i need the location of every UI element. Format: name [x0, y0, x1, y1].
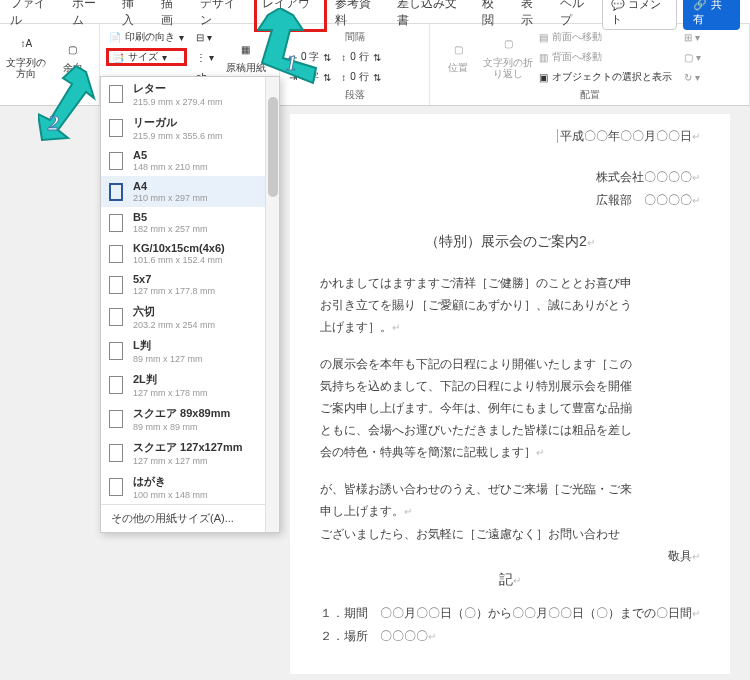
page-rect-icon — [109, 308, 123, 326]
doc-company: 株式会社〇〇〇〇↵ — [320, 167, 700, 188]
page-rect-icon — [109, 342, 123, 360]
size-option-dim: 101.6 mm x 152.4 mm — [133, 255, 225, 265]
size-option-dim: 127 mm x 127 mm — [133, 456, 242, 466]
doc-p5: 気持ちを込めまして、下記の日程により特別展示会を開催 — [320, 376, 700, 396]
size-option-9[interactable]: 2L判127 mm x 178 mm — [101, 368, 279, 402]
size-option-dim: 182 mm x 257 mm — [133, 224, 208, 234]
ribbon-group-arrange: ▢ 位置 ▢ 文字列の折 り返し ▤ 前面へ移動 ▥ 背面へ移動 ▣ オブジェク… — [430, 24, 750, 105]
bring-forward-button[interactable]: ▤ 前面へ移動 — [536, 28, 675, 46]
menubar: ファイル ホーム 挿入 描画 デザイン レイアウト 参考資料 差し込み文書 校閲… — [0, 0, 750, 24]
doc-p9: が、皆様お誘い合わせのうえ、ぜひご来場［ご光臨・ご来 — [320, 479, 700, 499]
position-icon: ▢ — [448, 39, 468, 59]
spacing-after-input[interactable]: ↕ 0 行 ⇅ — [338, 68, 383, 86]
size-option-dim: 203.2 mm x 254 mm — [133, 320, 215, 330]
size-option-11[interactable]: スクエア 127x127mm127 mm x 127 mm — [101, 436, 279, 470]
margin-icon: ▢ — [63, 39, 83, 59]
size-dropdown-list[interactable]: レター215.9 mm x 279.4 mmリーガル215.9 mm x 355… — [101, 77, 279, 504]
doc-p4: の展示会を本年も下記の日程により開催いたします［この — [320, 354, 700, 374]
page-rect-icon — [109, 376, 123, 394]
size-option-dim: 127 mm x 177.8 mm — [133, 286, 215, 296]
page-rect-icon — [109, 444, 123, 462]
size-option-dim: 148 mm x 210 mm — [133, 162, 208, 172]
doc-li1: １．期間 〇〇月〇〇日（〇）から〇〇月〇〇日（〇）までの〇日間↵ — [320, 603, 700, 624]
size-option-title: 2L判 — [133, 372, 208, 387]
position-button[interactable]: ▢ 位置 — [436, 28, 480, 84]
page-rect-icon — [109, 85, 123, 103]
wrap-text-icon: ▢ — [498, 34, 518, 54]
align-button[interactable]: ⊞ ▾ — [681, 28, 704, 46]
size-option-title: B5 — [133, 211, 208, 223]
size-option-dim: 215.9 mm x 355.6 mm — [133, 131, 223, 141]
size-option-dim: 215.9 mm x 279.4 mm — [133, 97, 223, 107]
size-option-3[interactable]: A4210 mm x 297 mm — [101, 176, 279, 207]
doc-p8: 会の特色・特典等を簡潔に記載します］↵ — [320, 442, 700, 463]
doc-p6: ご案内申し上げます。今年は、例年にもまして豊富な品揃 — [320, 398, 700, 418]
size-option-1[interactable]: リーガル215.9 mm x 355.6 mm — [101, 111, 279, 145]
size-option-4[interactable]: B5182 mm x 257 mm — [101, 207, 279, 238]
doc-p2: お引き立てを賜り［ご愛顧にあずかり］、誠にありがとう — [320, 295, 700, 315]
breaks-button[interactable]: ⊟ ▾ — [193, 28, 218, 46]
selection-pane-button[interactable]: ▣ オブジェクトの選択と表示 — [536, 68, 675, 86]
doc-dept: 広報部 〇〇〇〇↵ — [320, 190, 700, 211]
annotation-arrow-2: 2 — [38, 66, 98, 146]
doc-p12: 敬具↵ — [320, 546, 700, 567]
size-option-title: A4 — [133, 180, 208, 192]
size-option-10[interactable]: スクエア 89x89mm89 mm x 89 mm — [101, 402, 279, 436]
genkou-icon: ▦ — [236, 39, 256, 59]
svg-marker-1 — [38, 66, 94, 140]
rotate-button[interactable]: ↻ ▾ — [681, 68, 704, 86]
comment-label: コメント — [611, 0, 661, 25]
wrap-text-label: 文字列の折 り返し — [483, 57, 533, 79]
page-rect-icon — [109, 245, 123, 263]
page-rect-icon — [109, 214, 123, 232]
size-option-title: A5 — [133, 149, 208, 161]
orientation-icon: 📄 — [109, 32, 121, 43]
size-option-dim: 89 mm x 89 mm — [133, 422, 230, 432]
group-button[interactable]: ▢ ▾ — [681, 48, 704, 66]
size-option-0[interactable]: レター215.9 mm x 279.4 mm — [101, 77, 279, 111]
more-paper-sizes[interactable]: その他の用紙サイズ(A)... — [101, 504, 279, 532]
dropdown-scrollbar[interactable] — [265, 77, 279, 532]
arrange-group-label: 配置 — [436, 88, 743, 102]
text-direction-icon: ↕A — [16, 34, 36, 54]
size-option-2[interactable]: A5148 mm x 210 mm — [101, 145, 279, 176]
spacing-before-input[interactable]: ↕ 0 行 ⇅ — [338, 48, 383, 66]
page-rect-icon — [109, 478, 123, 496]
annotation-arrow-1: 1 — [258, 8, 318, 88]
page-rect-icon — [109, 410, 123, 428]
doc-p3: 上げます］。↵ — [320, 317, 700, 338]
size-option-title: L判 — [133, 338, 203, 353]
position-label: 位置 — [448, 62, 468, 73]
size-dropdown: レター215.9 mm x 279.4 mmリーガル215.9 mm x 355… — [100, 76, 280, 533]
size-icon: 📑 — [112, 52, 124, 63]
document-area: 平成〇〇年〇〇月〇〇日↵ 株式会社〇〇〇〇↵ 広報部 〇〇〇〇↵ （特別）展示会… — [290, 114, 730, 674]
size-option-dim: 127 mm x 178 mm — [133, 388, 208, 398]
doc-p1: かれましてはますますご清祥［ご健勝］のこととお喜び申 — [320, 273, 700, 293]
doc-p10: 申し上げます。↵ — [320, 501, 700, 522]
orientation-label: 印刷の向き — [125, 30, 175, 44]
size-option-5[interactable]: KG/10x15cm(4x6)101.6 mm x 152.4 mm — [101, 238, 279, 269]
orientation-button[interactable]: 📄印刷の向き ▾ — [106, 28, 187, 46]
doc-p13: 記↵ — [320, 569, 700, 591]
size-option-8[interactable]: L判89 mm x 127 mm — [101, 334, 279, 368]
send-backward-button[interactable]: ▥ 背面へ移動 — [536, 48, 675, 66]
size-option-dim: 100 mm x 148 mm — [133, 490, 208, 500]
page-rect-icon — [109, 276, 123, 294]
size-option-title: 5x7 — [133, 273, 215, 285]
size-option-title: スクエア 89x89mm — [133, 406, 230, 421]
size-option-12[interactable]: はがき100 mm x 148 mm — [101, 470, 279, 504]
size-button[interactable]: 📑サイズ ▾ — [106, 48, 187, 66]
annotation-1-label: 1 — [286, 50, 297, 76]
paragraph-group-label: 段落 — [286, 88, 423, 102]
size-label: サイズ — [128, 50, 158, 64]
line-numbers-button[interactable]: ⋮ ▾ — [193, 48, 218, 66]
page-rect-icon — [109, 152, 123, 170]
page-rect-icon — [109, 183, 123, 201]
doc-p7: ともに、会場へお運びいただきました皆様には粗品を差し — [320, 420, 700, 440]
size-option-7[interactable]: 六切203.2 mm x 254 mm — [101, 300, 279, 334]
size-option-dim: 210 mm x 297 mm — [133, 193, 208, 203]
wrap-text-button[interactable]: ▢ 文字列の折 り返し — [486, 28, 530, 84]
size-option-6[interactable]: 5x7127 mm x 177.8 mm — [101, 269, 279, 300]
size-option-title: KG/10x15cm(4x6) — [133, 242, 225, 254]
annotation-2-label: 2 — [48, 110, 59, 136]
